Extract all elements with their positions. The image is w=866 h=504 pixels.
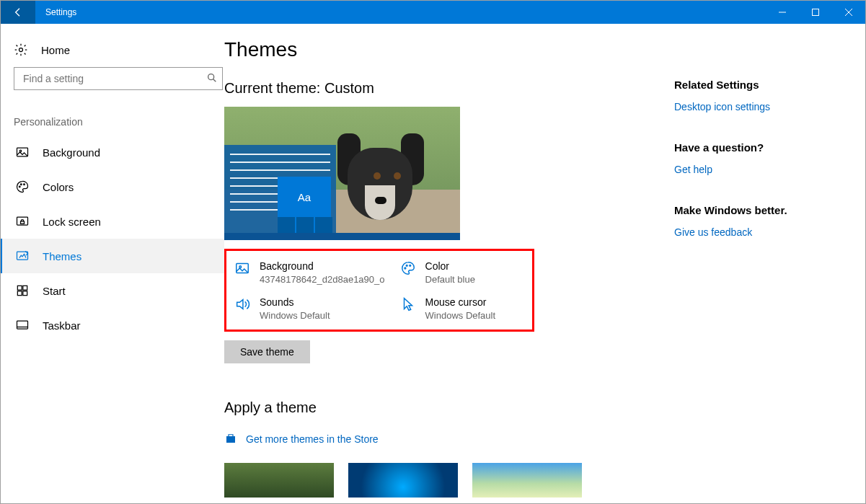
page-title: Themes — [224, 38, 674, 61]
save-theme-button[interactable]: Save theme — [224, 340, 310, 363]
svg-rect-18 — [23, 291, 27, 296]
apply-theme-heading: Apply a theme — [224, 399, 674, 416]
theme-properties-highlight: Background 43748178642_d2d8ae1a90_o Colo… — [224, 249, 534, 332]
svg-point-5 — [208, 74, 214, 79]
theme-preview: Aa — [224, 107, 460, 240]
theme-prop-sounds[interactable]: Sounds Windows Default — [226, 296, 385, 322]
sidebar-item-taskbar[interactable]: Taskbar — [0, 308, 224, 342]
search-input[interactable] — [22, 72, 206, 85]
lockscreen-icon — [15, 214, 30, 229]
title-bar: Settings — [1, 1, 865, 24]
svg-rect-13 — [21, 221, 25, 224]
theme-prop-sub: Windows Default — [425, 309, 496, 322]
sidebar-item-lockscreen[interactable]: Lock screen — [0, 204, 224, 239]
theme-prop-title: Color — [425, 260, 475, 273]
store-link-label: Get more themes in the Store — [246, 433, 379, 445]
svg-rect-16 — [23, 286, 27, 290]
start-icon — [15, 283, 30, 298]
theme-prop-title: Background — [260, 260, 385, 273]
main-content: Themes Current theme: Custom Aa — [224, 24, 674, 503]
palette-icon — [15, 180, 30, 194]
sidebar-item-label: Taskbar — [43, 319, 81, 332]
sidebar-item-label: Colors — [43, 181, 74, 193]
sound-icon — [234, 296, 251, 313]
sidebar-item-background[interactable]: Background — [0, 135, 224, 169]
svg-line-6 — [213, 79, 216, 81]
svg-rect-15 — [17, 286, 22, 290]
svg-point-10 — [21, 184, 22, 185]
svg-point-9 — [19, 186, 20, 187]
store-icon — [224, 432, 237, 447]
theme-prop-sub: 43748178642_d2d8ae1a90_o — [260, 273, 385, 286]
close-icon — [844, 8, 853, 17]
sidebar-item-start[interactable]: Start — [0, 273, 224, 308]
svg-rect-19 — [17, 321, 28, 329]
theme-thumbnails — [224, 463, 674, 498]
close-button[interactable] — [832, 1, 865, 24]
search-box[interactable] — [14, 67, 223, 90]
sidebar-item-label: Themes — [43, 250, 81, 262]
theme-prop-title: Sounds — [260, 296, 330, 309]
sidebar-item-label: Background — [43, 146, 100, 159]
maximize-icon — [811, 8, 820, 17]
svg-rect-14 — [17, 252, 28, 260]
picture-icon — [15, 145, 30, 159]
theme-thumbnail[interactable] — [348, 463, 458, 498]
theme-thumbnail[interactable] — [472, 463, 582, 498]
svg-rect-17 — [17, 291, 22, 296]
palette-icon — [399, 260, 417, 277]
cursor-icon — [399, 296, 417, 313]
minimize-icon — [778, 8, 787, 17]
theme-prop-title: Mouse cursor — [425, 296, 496, 309]
feedback-heading: Make Windows better. — [674, 204, 851, 216]
sidebar-home-label: Home — [41, 44, 70, 56]
sidebar-item-label: Lock screen — [43, 216, 101, 228]
theme-prop-sub: Default blue — [425, 273, 475, 286]
sidebar: Home Personalization Background Colors — [1, 24, 224, 503]
get-help-link[interactable]: Get help — [674, 164, 851, 175]
sidebar-home[interactable]: Home — [1, 32, 224, 67]
sidebar-item-themes[interactable]: Themes — [0, 239, 224, 273]
svg-point-11 — [24, 184, 25, 185]
picture-icon — [234, 260, 251, 277]
svg-point-23 — [404, 268, 405, 269]
theme-prop-cursor[interactable]: Mouse cursor Windows Default — [392, 296, 521, 322]
current-theme-heading: Current theme: Custom — [224, 80, 674, 97]
back-button[interactable] — [1, 1, 35, 24]
theme-prop-background[interactable]: Background 43748178642_d2d8ae1a90_o — [226, 260, 385, 286]
svg-point-25 — [409, 265, 410, 266]
theme-prop-sub: Windows Default — [260, 309, 330, 322]
preview-dog-image — [333, 133, 427, 234]
sidebar-item-colors[interactable]: Colors — [0, 169, 224, 204]
search-icon — [206, 72, 218, 86]
theme-prop-color[interactable]: Color Default blue — [392, 260, 521, 286]
theme-thumbnail[interactable] — [224, 463, 334, 498]
gear-icon — [14, 43, 28, 57]
themes-icon — [15, 249, 30, 263]
maximize-button[interactable] — [799, 1, 832, 24]
related-sidebar: Related Settings Desktop icon settings H… — [674, 24, 865, 503]
desktop-icon-settings-link[interactable]: Desktop icon settings — [674, 101, 851, 112]
svg-point-24 — [406, 265, 407, 266]
feedback-link[interactable]: Give us feedback — [674, 226, 851, 238]
question-heading: Have a question? — [674, 141, 851, 154]
related-heading: Related Settings — [674, 79, 851, 91]
sidebar-item-label: Start — [43, 285, 66, 297]
taskbar-icon — [15, 318, 30, 332]
svg-rect-1 — [813, 9, 819, 16]
svg-point-4 — [19, 48, 23, 52]
window-title: Settings — [35, 1, 766, 24]
sidebar-section-label: Personalization — [1, 103, 224, 135]
store-link[interactable]: Get more themes in the Store — [224, 432, 674, 447]
arrow-left-icon — [12, 6, 24, 18]
minimize-button[interactable] — [766, 1, 799, 24]
